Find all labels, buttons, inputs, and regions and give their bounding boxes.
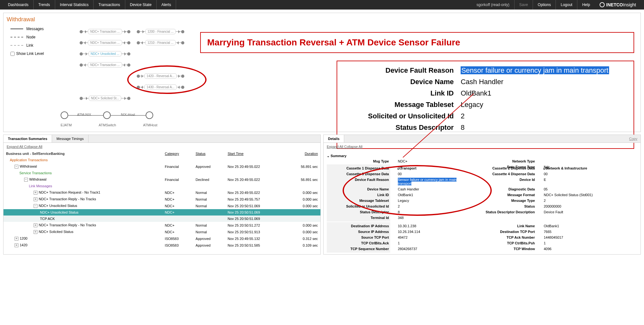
node-label: ATMSwitch: [99, 123, 116, 127]
expand-all-link[interactable]: Expand All: [7, 145, 23, 149]
node-atmhost: [146, 111, 153, 119]
nav-help[interactable]: Help: [577, 0, 595, 10]
table-row[interactable]: +NDC+ Solicited StatusNDC+NormalNov 25 2…: [3, 229, 320, 235]
section-summary[interactable]: Summary: [327, 154, 637, 158]
collapse-all-details[interactable]: Collapse All: [344, 145, 362, 149]
table-row[interactable]: +NDC+ Transaction Reply - No TracksNDC+N…: [3, 196, 320, 202]
msg-box: 1430 - Reversal A...: [144, 84, 177, 90]
copy-link[interactable]: Copy: [626, 135, 641, 143]
svc-transactions-header[interactable]: Service Transactions: [3, 170, 162, 176]
nav-alerts[interactable]: Alerts: [157, 0, 176, 10]
flow-panel: Withdrawal Messages Node Link Show Link …: [3, 13, 641, 132]
nav-save[interactable]: Save: [514, 0, 533, 10]
table-row[interactable]: +NDC+ Transaction Reply - No TracksNDC+N…: [3, 222, 320, 229]
nav-trends[interactable]: Trends: [34, 0, 55, 10]
nav-options[interactable]: Options: [533, 0, 555, 10]
fault-reason-highlight: Sensor failure or currency jam in main t…: [461, 66, 609, 74]
link-label: NIX-Host: [121, 113, 135, 116]
tab-summaries[interactable]: Transaction Summaries: [3, 135, 52, 143]
expand-all-details[interactable]: Expand All: [327, 145, 343, 149]
legend-messages: Messages: [26, 27, 44, 31]
link-label: ATM-NIX: [77, 113, 91, 116]
nav-logout[interactable]: Logout: [555, 0, 577, 10]
legend-link: Link: [26, 43, 33, 48]
show-link-level-checkbox[interactable]: [10, 52, 15, 56]
section-content[interactable]: [542, 159, 600, 164]
msg-box: 1420 - Reversal A...: [144, 73, 177, 79]
msg-box: NDC+ Transaction ...: [88, 62, 122, 68]
annotation-title: Marrying Transaction Reversal + ATM Devi…: [200, 32, 634, 53]
msg-box: NDC+ Transaction ...: [88, 29, 122, 34]
transactions-pane: Transaction Summaries Message Timings Ex…: [3, 135, 321, 255]
brand-logo: INETCOInsight: [595, 2, 641, 7]
top-nav: Dashboards Trends Interval Statistics Tr…: [0, 0, 644, 10]
table-row[interactable]: +NDC+ Transaction Request - No Track1NDC…: [3, 189, 320, 196]
show-link-level-label: Show Link Level: [16, 51, 44, 56]
app-transactions-header[interactable]: Application Transactions: [3, 157, 162, 163]
node-ejatm: [61, 111, 68, 119]
table-row-selected[interactable]: NDC+ Unsolicited StatusNDC+Nov 25 20:50:…: [3, 209, 320, 216]
node-label: EJATM: [61, 123, 72, 127]
msg-box: NDC+ Solicited St...: [89, 96, 122, 101]
node-atmswitch: [103, 111, 111, 119]
flow-chart: Withdrawal Messages Node Link Show Link …: [3, 13, 162, 132]
table-row[interactable]: −NDC+ Unsolicited StatusNDC+NormalNov 25…: [3, 202, 320, 209]
table-row[interactable]: +1420ISO8583ApprovedNov 25 20:50:51.5850…: [3, 242, 320, 249]
logo-icon: [600, 2, 605, 7]
flow-title: Withdrawal: [7, 16, 159, 23]
nav-interval-stats[interactable]: Interval Statistics: [55, 0, 94, 10]
tab-details[interactable]: Details: [324, 135, 344, 143]
legend-node: Node: [26, 35, 36, 39]
link-messages-header[interactable]: Link Messages: [3, 183, 162, 189]
nav-device-state[interactable]: Device State: [125, 0, 157, 10]
msg-box: NDC+ Transaction ...: [88, 40, 122, 45]
table-row[interactable]: −WithdrawalFinancialApprovedNov 25 20:49…: [3, 163, 320, 170]
details-pane: Details Copy Expand All Collapse All Sum…: [323, 135, 641, 255]
msg-box: 1210 - Financial ...: [145, 40, 176, 45]
section-transport[interactable]: Transport: [397, 166, 466, 221]
msg-box: NDC+ Unsolicited ...: [89, 51, 122, 56]
node-label: ATMHost: [143, 123, 157, 127]
section-network[interactable]: Network & Infrastructure: [542, 166, 600, 221]
business-unit-label: Business unit - SelfServiceBanking: [3, 150, 162, 157]
tab-timings[interactable]: Message Timings: [52, 135, 89, 143]
nav-dashboards[interactable]: Dashboards: [3, 0, 34, 10]
table-row[interactable]: +1200ISO8583ApprovedNov 25 20:49:55.1320…: [3, 235, 320, 242]
msg-box: 1200 - Financial ...: [145, 29, 176, 34]
user-label: sgorkoff (read-only): [472, 3, 514, 7]
table-row[interactable]: −WithdrawalFinancialDeclinedNov 25 20:49…: [3, 176, 320, 183]
collapse-all-link[interactable]: Collapse All: [24, 145, 42, 149]
table-row[interactable]: TCP ACKNov 25 20:50:51.069: [3, 216, 320, 222]
nav-transactions[interactable]: Transactions: [94, 0, 125, 10]
